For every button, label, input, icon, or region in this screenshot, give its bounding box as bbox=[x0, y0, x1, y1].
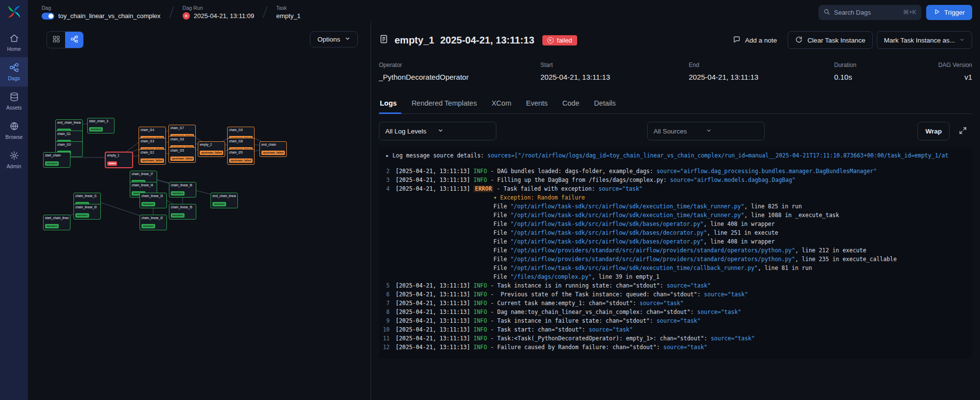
log-source-link[interactable]: "/opt/airflow/providers/standard/src/air… bbox=[511, 256, 795, 263]
log-source-link[interactable]: source="task" bbox=[663, 344, 707, 351]
node-state-chip: upstream_failed bbox=[200, 151, 223, 155]
graph-node-chain_linear_l2[interactable]: chain_linear_l2success bbox=[140, 215, 167, 230]
log-text: - Failure caused by Random failure: chan… bbox=[487, 344, 663, 351]
tab-details[interactable]: Details bbox=[587, 94, 623, 113]
log-line-number bbox=[383, 220, 396, 228]
home-icon bbox=[9, 33, 19, 44]
log-text: INFO bbox=[473, 335, 487, 342]
log-source-link[interactable]: "/opt/airflow/task-sdk/src/airflow/sdk/e… bbox=[511, 203, 745, 210]
log-line: File "/opt/airflow/task-sdk/src/airflow/… bbox=[383, 220, 972, 228]
graph-node-chain_l12[interactable]: chain_l12upstream_failed bbox=[139, 149, 166, 165]
node-label: chain_linear_l7 bbox=[132, 172, 155, 176]
log-text: , line 408 in wrapper bbox=[703, 238, 774, 245]
log-text: INFO bbox=[473, 344, 487, 351]
node-state-chip: success bbox=[45, 161, 59, 166]
add-a-note-button[interactable]: Add a note bbox=[726, 31, 784, 49]
log-source-link[interactable]: sources=["/root/airflow/logs/dag_id=toy_… bbox=[488, 152, 949, 159]
assets-icon bbox=[9, 92, 19, 103]
graph-node-chain_l15[interactable]: chain_l15upstream_failed bbox=[168, 147, 196, 163]
log-source-link[interactable]: source="task" bbox=[704, 291, 748, 298]
chevron-down-icon bbox=[959, 37, 965, 44]
task-actions: Add a noteClear Task InstanceMark Task I… bbox=[726, 31, 972, 49]
options-button[interactable]: Options bbox=[310, 31, 358, 47]
sidebar-item-browse[interactable]: Browse bbox=[0, 116, 28, 145]
log-line[interactable]: ▾ Exception: Random failure bbox=[383, 193, 972, 202]
task-name-link[interactable]: empty_1 bbox=[276, 12, 301, 20]
sidebar-item-dags[interactable]: Dags bbox=[0, 57, 28, 87]
dag-pause-toggle[interactable] bbox=[42, 13, 54, 20]
log-text: , line 825 in run bbox=[744, 203, 802, 210]
log-source-link[interactable]: "/opt/airflow/task-sdk/src/airflow/sdk/b… bbox=[511, 238, 704, 245]
log-source-link[interactable]: source="task" bbox=[589, 326, 633, 333]
log-source-link[interactable]: "/opt/airflow/task-sdk/src/airflow/sdk/b… bbox=[511, 229, 707, 236]
log-source-select[interactable]: All Sources bbox=[647, 122, 765, 140]
sidebar-nav: HomeDagsAssetsBrowseAdmin bbox=[0, 28, 28, 175]
tab-code[interactable]: Code bbox=[555, 94, 587, 113]
graph-node-end_chain_linear[interactable]: end_chain_linearsuccess bbox=[210, 193, 238, 208]
dag-name-link[interactable]: toy_chain_linear_vs_chain_complex bbox=[58, 12, 161, 20]
wrap-button[interactable]: Wrap bbox=[917, 122, 950, 140]
dag-run-link[interactable]: ✕ 2025-04-21, 13:11:09 bbox=[183, 12, 254, 20]
node-state-chip: success bbox=[75, 213, 89, 218]
graph-node-empty_2[interactable]: empty_2upstream_failed bbox=[198, 141, 225, 157]
log-line-number bbox=[383, 211, 396, 220]
graph-node-start_chain_linear[interactable]: start_chain_linearsuccess bbox=[43, 215, 70, 230]
graph-panel: end_chain_linear_1successstart_chain_3su… bbox=[28, 22, 371, 400]
log-source-link[interactable]: "/opt/airflow/task-sdk/src/airflow/sdk/b… bbox=[511, 221, 704, 227]
graph-view-button[interactable] bbox=[65, 32, 83, 48]
log-source-link[interactable]: "/opt/airflow/task-sdk/src/airflow/sdk/e… bbox=[511, 212, 745, 219]
log-line-number: 5 bbox=[383, 281, 396, 290]
log-source-link[interactable]: source="airflow.models.dagbag.DagBag" bbox=[670, 177, 795, 183]
airflow-logo-icon[interactable] bbox=[7, 4, 22, 21]
sidebar-item-admin[interactable]: Admin bbox=[0, 145, 28, 175]
log-source-link[interactable]: source="airflow.dag_processing.bundles.m… bbox=[656, 168, 877, 175]
tab-rendered-templates[interactable]: Rendered Templates bbox=[404, 94, 485, 113]
tab-xcom[interactable]: XCom bbox=[484, 94, 518, 113]
grid-view-button[interactable] bbox=[47, 32, 65, 48]
graph-node-end_chain[interactable]: end_chainupstream_failed bbox=[259, 141, 287, 157]
graph-node-empty_1[interactable]: empty_1failed bbox=[105, 152, 133, 168]
log-source-link[interactable]: source="task" bbox=[656, 317, 700, 324]
graph-node-start_chain_3[interactable]: start_chain_3success bbox=[87, 118, 115, 133]
search-input[interactable]: Search Dags ⌘+K bbox=[818, 5, 921, 20]
log-line-number bbox=[383, 237, 396, 246]
log-source-link[interactable]: "/opt/airflow/providers/standard/src/air… bbox=[511, 247, 795, 254]
tab-logs[interactable]: Logs bbox=[379, 94, 404, 113]
fullscreen-button[interactable] bbox=[954, 122, 972, 140]
node-label: chain_l11 bbox=[57, 132, 81, 136]
tab-events[interactable]: Events bbox=[518, 94, 555, 113]
log-source-link[interactable]: source="task" bbox=[697, 309, 741, 315]
log-level-select[interactable]: All Log Levels bbox=[379, 122, 496, 140]
log-viewer[interactable]: ▸ Log message source details: sources=["… bbox=[379, 147, 972, 358]
sidebar-item-home[interactable]: Home bbox=[0, 28, 28, 57]
graph-node-chain_linear_l6[interactable]: chain_linear_l6success bbox=[169, 182, 196, 198]
log-source-link[interactable]: source="task" bbox=[640, 300, 684, 307]
graph-node-start_chain[interactable]: start_chainsuccess bbox=[43, 152, 70, 168]
node-label: chain_linear_l2 bbox=[141, 216, 165, 220]
log-line[interactable]: ▸ Log message source details: sources=["… bbox=[383, 151, 972, 160]
log-line-number bbox=[383, 246, 396, 255]
log-source-link[interactable]: source="task" bbox=[667, 282, 711, 289]
graph-node-chain_l20[interactable]: chain_l20upstream_failed bbox=[227, 149, 255, 165]
browse-icon bbox=[9, 121, 19, 132]
graph-node-chain_linear_l5[interactable]: chain_linear_l5success bbox=[169, 204, 196, 220]
log-source-link[interactable]: "/files/dags/complex.py" bbox=[511, 273, 592, 280]
clear-task-instance-button[interactable]: Clear Task Instance bbox=[788, 31, 872, 49]
log-text: , line 1088 in _execute_task bbox=[744, 212, 839, 219]
log-line-number bbox=[383, 272, 396, 281]
graph-node-chain_linear_l3[interactable]: chain_linear_l3success bbox=[140, 193, 167, 208]
log-source-link[interactable]: source="task" bbox=[599, 185, 643, 192]
node-state-chip: success bbox=[212, 202, 226, 206]
mark-task-instance-as-button[interactable]: Mark Task Instance as... bbox=[877, 31, 972, 49]
log-source-link[interactable]: "/opt/airflow/task-sdk/src/airflow/sdk/e… bbox=[511, 265, 758, 271]
trigger-button[interactable]: Trigger bbox=[926, 5, 972, 20]
log-line-number: 12 bbox=[383, 343, 396, 352]
log-filter-row: All Log Levels All Sources Wrap bbox=[379, 122, 972, 140]
log-text: - DAG bundles loaded: dags-folder, examp… bbox=[487, 168, 656, 175]
log-source-link[interactable]: source="task" bbox=[711, 335, 755, 342]
log-text: File bbox=[493, 221, 511, 227]
graph-node-chain_linear_l0[interactable]: chain_linear_l0success bbox=[73, 204, 101, 220]
task-status-badge: ✕ failed bbox=[542, 35, 577, 45]
sidebar-item-assets[interactable]: Assets bbox=[0, 87, 28, 116]
meta-operator: Operator_PythonDecoratedOperator bbox=[379, 62, 540, 82]
